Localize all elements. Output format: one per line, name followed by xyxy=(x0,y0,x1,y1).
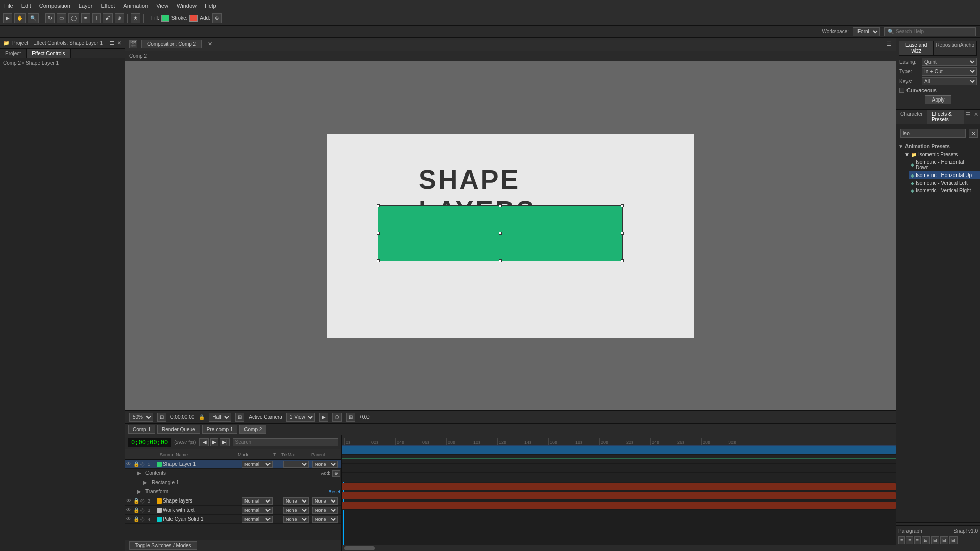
tool-brush[interactable]: 🖌 xyxy=(103,13,113,23)
ease-wizz-tab[interactable]: Ease and wizz xyxy=(899,41,934,55)
tab-render-queue[interactable]: Render Queue xyxy=(157,425,200,434)
layer-visibility-icon[interactable]: 👁 xyxy=(126,498,132,504)
tab-comp1[interactable]: Comp 1 xyxy=(128,425,155,434)
3d-btn[interactable]: ⬡ xyxy=(332,413,342,422)
align-center-btn[interactable]: ≡ xyxy=(906,536,913,544)
tool-rect[interactable]: ▭ xyxy=(57,13,66,23)
character-tab[interactable]: Character xyxy=(896,110,927,124)
justify-right-btn[interactable]: ⊟ xyxy=(940,536,948,544)
layer-search[interactable] xyxy=(233,438,339,446)
comp-icon[interactable]: 🎬 xyxy=(129,40,137,48)
tool-zoom[interactable]: 🔍 xyxy=(28,13,39,23)
tab-precomp1[interactable]: Pre-comp 1 xyxy=(202,425,238,434)
layer-parent-select[interactable]: None xyxy=(312,507,338,514)
layer-row[interactable]: 👁 🔒 ◎ 4 Pale Cyan Solid 1 Normal No xyxy=(125,515,341,524)
keys-select[interactable]: All xyxy=(922,77,977,85)
type-select[interactable]: In + Out xyxy=(922,67,977,76)
reset-btn[interactable]: Reset xyxy=(328,489,340,494)
layer-mode-select[interactable]: Normal xyxy=(242,497,273,505)
handle-center[interactable] xyxy=(499,232,502,235)
curvaceous-checkbox[interactable] xyxy=(899,88,904,93)
track-3[interactable] xyxy=(342,491,896,500)
apply-button[interactable]: Apply xyxy=(925,95,951,104)
expand-icon[interactable]: ▶ xyxy=(137,470,141,476)
zoom-select[interactable]: 50% xyxy=(129,413,153,422)
layer-mode-select[interactable]: Normal xyxy=(242,516,273,523)
toggle-switches-btn[interactable]: Toggle Switches / Modes xyxy=(129,541,197,550)
handle-br[interactable] xyxy=(621,259,624,262)
comp-tab[interactable]: Composition: Comp 2 xyxy=(141,40,202,48)
snap-btn[interactable]: ⊞ xyxy=(346,413,355,422)
track-4[interactable] xyxy=(342,500,896,510)
effects-presets-tab[interactable]: Effects & Presets xyxy=(927,110,964,124)
effect-controls-tab[interactable]: Effect Controls: Shape Layer 1 xyxy=(33,40,103,46)
comp-close[interactable]: ✕ xyxy=(208,41,212,47)
effect-controls-tab-btn[interactable]: Effect Controls xyxy=(27,49,70,58)
layer-parent-select[interactable]: None xyxy=(312,461,338,468)
panel-menu-icon[interactable]: ☰ xyxy=(110,40,114,46)
panel-close-icon[interactable]: ✕ xyxy=(117,40,121,46)
justify-all-btn[interactable]: ⊞ xyxy=(949,536,958,544)
layer-visibility-icon[interactable]: 👁 xyxy=(126,461,132,467)
fill-color-swatch[interactable] xyxy=(161,15,169,22)
project-tab[interactable]: Project xyxy=(0,49,27,58)
preset-horizontal-up[interactable]: ◆ Isometric - Horizontal Up xyxy=(909,171,980,179)
render-btn[interactable]: ▶ xyxy=(319,413,328,422)
layer-lock-icon[interactable]: 🔒 xyxy=(133,498,139,504)
comp-menu[interactable]: ☰ xyxy=(887,41,892,47)
track-1[interactable] xyxy=(342,445,896,455)
menu-composition[interactable]: Composition xyxy=(39,3,70,9)
expand-icon-rect[interactable]: ▶ xyxy=(143,480,148,485)
layer-row[interactable]: 👁 🔒 ◎ 2 Shape layers Normal None xyxy=(125,496,341,506)
align-right-btn[interactable]: ≡ xyxy=(914,536,921,544)
tool-ellipse[interactable]: ◯ xyxy=(68,13,79,23)
add-btn[interactable]: ⊕ xyxy=(212,13,222,23)
handle-tl[interactable] xyxy=(377,204,380,207)
align-left-btn[interactable]: ≡ xyxy=(898,536,905,544)
preset-vertical-right[interactable]: ◆ Isometric - Vertical Right xyxy=(909,187,980,194)
expand-icon-transform[interactable]: ▶ xyxy=(137,489,141,494)
layer-mode-select[interactable]: Normal xyxy=(242,461,273,468)
menu-layer[interactable]: Layer xyxy=(79,3,93,9)
layer-shy-icon[interactable]: ◎ xyxy=(140,516,146,522)
search-help-input[interactable] xyxy=(896,29,967,34)
tool-star[interactable]: ★ xyxy=(131,13,140,23)
search-clear-btn[interactable]: ✕ xyxy=(969,129,978,138)
layer-lock-icon[interactable]: 🔒 xyxy=(133,461,139,467)
layer-parent-select[interactable]: None xyxy=(312,516,338,523)
tool-pen[interactable]: ✒ xyxy=(81,13,90,23)
tool-text[interactable]: T xyxy=(92,13,101,23)
tool-select[interactable]: ▶ xyxy=(3,13,12,23)
layer-lock-icon[interactable]: 🔒 xyxy=(133,507,139,513)
viewport[interactable]: SHAPE LAYERS xyxy=(125,61,896,410)
easing-select[interactable]: Quint xyxy=(922,58,977,66)
prev-frame-btn[interactable]: |◀ xyxy=(199,438,209,446)
layer-parent-select[interactable]: None xyxy=(312,497,338,505)
handle-bl[interactable] xyxy=(377,259,380,262)
tool-puppet[interactable]: ⊕ xyxy=(115,13,124,23)
tool-rotate[interactable]: ↻ xyxy=(45,13,55,23)
menu-edit[interactable]: Edit xyxy=(21,3,31,9)
menu-file[interactable]: File xyxy=(4,3,13,9)
layer-row[interactable]: 👁 🔒 ◎ 3 Work with text Normal None xyxy=(125,506,341,515)
layer-row[interactable]: 👁 🔒 ◎ 1 Shape Layer 1 Normal xyxy=(125,460,341,469)
preset-horizontal-down[interactable]: ◆ Isometric - Horizontal Down xyxy=(909,158,980,171)
track-2[interactable] xyxy=(342,482,896,491)
layer-shy-icon[interactable]: ◎ xyxy=(140,461,146,467)
layer-shy-icon[interactable]: ◎ xyxy=(140,498,146,504)
handle-bc[interactable] xyxy=(499,259,502,262)
layer-visibility-icon[interactable]: 👁 xyxy=(126,516,132,522)
layer-mode-select[interactable]: Normal xyxy=(242,507,273,514)
grid-btn[interactable]: ⊞ xyxy=(235,413,244,422)
panel-close-icon[interactable]: ✕ xyxy=(972,110,980,124)
tool-hand[interactable]: ✋ xyxy=(14,13,26,23)
add-content-btn[interactable]: ⊕ xyxy=(332,470,340,477)
layer-trkmat-select[interactable] xyxy=(283,461,309,468)
layer-trkmat-select[interactable]: None xyxy=(283,516,309,523)
handle-mr[interactable] xyxy=(621,232,624,235)
tab-comp2[interactable]: Comp 2 xyxy=(239,425,266,434)
preset-vertical-left[interactable]: ◆ Isometric - Vertical Left xyxy=(909,179,980,187)
menu-animation[interactable]: Animation xyxy=(123,3,148,9)
fit-btn[interactable]: ⊡ xyxy=(157,413,166,422)
shape-layer-rect[interactable] xyxy=(378,205,623,261)
